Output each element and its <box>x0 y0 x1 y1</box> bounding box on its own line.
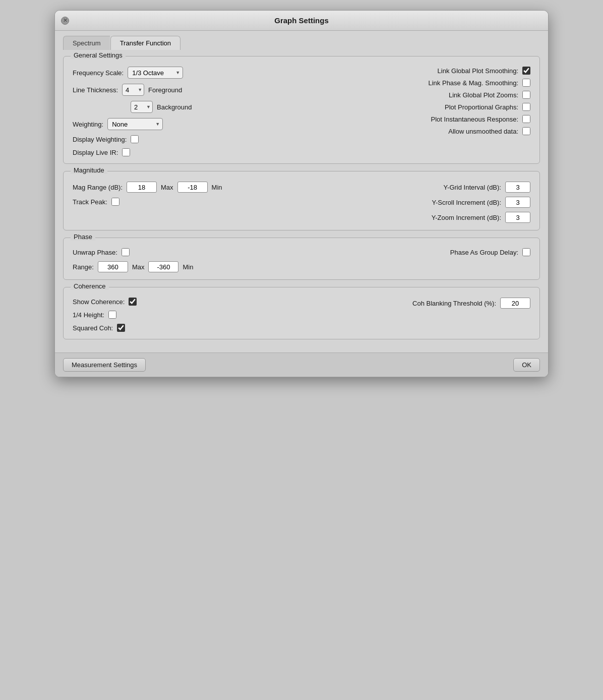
y-zoom-increment-row: Y-Zoom Increment (dB): <box>307 212 530 223</box>
link-global-plot-zooms-row: Link Global Plot Zooms: <box>307 91 530 99</box>
general-settings-section: General Settings Frequency Scale: 1/3 Oc… <box>63 56 540 164</box>
content-area: General Settings Frequency Scale: 1/3 Oc… <box>55 50 548 353</box>
mag-range-row: Mag Range (dB): Max Min <box>73 182 296 193</box>
phase-as-group-delay-checkbox[interactable] <box>522 248 530 256</box>
phase-range-row: Range: Max Min <box>73 261 296 272</box>
track-peak-row: Track Peak: <box>73 198 296 206</box>
unwrap-phase-checkbox[interactable] <box>122 248 130 256</box>
weighting-wrapper[interactable]: NoneABCD <box>107 118 163 130</box>
squared-coh-label: Squared Coh: <box>73 324 113 332</box>
quarter-height-row: 1/4 Height: <box>73 311 296 319</box>
phase-range-label: Range: <box>73 263 94 271</box>
mag-min-label: Min <box>212 184 222 191</box>
track-peak-checkbox[interactable] <box>111 198 119 206</box>
ok-button[interactable]: OK <box>513 358 540 372</box>
foreground-label: Foreground <box>148 86 182 94</box>
weighting-select[interactable]: NoneABCD <box>107 118 163 130</box>
tabs-row: Spectrum Transfer Function <box>55 31 548 50</box>
phase-section: Phase Unwrap Phase: Range: Max Min <box>63 238 540 280</box>
weighting-row: Weighting: NoneABCD <box>73 118 296 130</box>
unwrap-phase-row: Unwrap Phase: <box>73 248 296 256</box>
link-global-plot-smoothing-label: Link Global Plot Smoothing: <box>307 67 518 75</box>
frequency-scale-select[interactable]: 1/3 Octave 1/6 Octave 1/12 Octave 1/24 O… <box>128 67 183 79</box>
coh-blanking-threshold-row: Coh Blanking Threshold (%): <box>307 298 530 309</box>
plot-instantaneous-response-row: Plot Instantaneous Response: <box>307 115 530 123</box>
y-scroll-increment-input[interactable] <box>505 197 530 208</box>
mag-max-input[interactable] <box>127 182 157 193</box>
phase-as-group-delay-row: Phase As Group Delay: <box>307 248 530 256</box>
line-thickness-fg-wrapper[interactable]: 123456 <box>122 84 144 96</box>
show-coherence-label: Show Coherence: <box>73 298 125 306</box>
y-scroll-increment-label: Y-Scroll Increment (dB): <box>307 199 501 206</box>
link-phase-mag-smoothing-checkbox[interactable] <box>522 79 530 87</box>
background-label: Background <box>157 103 192 111</box>
window-title: Graph Settings <box>274 16 329 25</box>
link-global-plot-smoothing-checkbox[interactable] <box>522 67 530 75</box>
phase-range-min-label: Min <box>183 263 193 271</box>
allow-unsmoothed-data-label: Allow unsmoothed data: <box>307 128 518 135</box>
quarter-height-label: 1/4 Height: <box>73 311 104 319</box>
coherence-right: Coh Blanking Threshold (%): <box>307 298 530 332</box>
coh-blanking-threshold-input[interactable] <box>500 298 530 309</box>
magnitude-right: Y-Grid Interval (dB): Y-Scroll Increment… <box>307 182 530 223</box>
plot-proportional-graphs-checkbox[interactable] <box>522 103 530 111</box>
y-grid-interval-label: Y-Grid Interval (dB): <box>307 184 501 191</box>
main-window: ✕ Graph Settings Spectrum Transfer Funct… <box>54 10 549 377</box>
measurement-settings-button[interactable]: Measurement Settings <box>63 358 146 372</box>
coherence-left: Show Coherence: 1/4 Height: Squared Coh: <box>73 298 296 332</box>
y-grid-interval-input[interactable] <box>505 182 530 193</box>
line-thickness-bg-row: 123456 Background <box>73 101 296 113</box>
squared-coh-checkbox[interactable] <box>117 324 125 332</box>
mag-max-label: Max <box>161 184 173 191</box>
phase-range-min-input[interactable] <box>148 261 178 272</box>
display-live-ir-checkbox[interactable] <box>122 148 130 156</box>
show-coherence-checkbox[interactable] <box>129 298 137 306</box>
y-zoom-increment-input[interactable] <box>505 212 530 223</box>
show-coherence-row: Show Coherence: <box>73 298 296 306</box>
line-thickness-bg-wrapper[interactable]: 123456 <box>131 101 153 113</box>
bottom-bar: Measurement Settings OK <box>55 353 548 377</box>
line-thickness-bg-select[interactable]: 123456 <box>131 101 153 113</box>
mag-range-label: Mag Range (dB): <box>73 184 123 191</box>
display-weighting-checkbox[interactable] <box>131 135 139 143</box>
link-phase-mag-smoothing-label: Link Phase & Mag. Smoothing: <box>307 79 518 87</box>
phase-range-max-input[interactable] <box>98 261 128 272</box>
tab-spectrum[interactable]: Spectrum <box>63 36 110 50</box>
display-weighting-row: Display Weighting: <box>73 135 296 143</box>
phase-range-max-label: Max <box>132 263 145 271</box>
plot-proportional-graphs-row: Plot Proportional Graphs: <box>307 103 530 111</box>
frequency-scale-wrapper[interactable]: 1/3 Octave 1/6 Octave 1/12 Octave 1/24 O… <box>128 67 183 79</box>
magnitude-title: Magnitude <box>71 166 107 174</box>
y-zoom-increment-label: Y-Zoom Increment (dB): <box>307 214 501 221</box>
magnitude-left: Mag Range (dB): Max Min Track Peak: <box>73 182 296 223</box>
link-global-plot-zooms-checkbox[interactable] <box>522 91 530 99</box>
plot-proportional-graphs-label: Plot Proportional Graphs: <box>307 103 518 111</box>
link-global-plot-zooms-label: Link Global Plot Zooms: <box>307 91 518 99</box>
allow-unsmoothed-data-row: Allow unsmoothed data: <box>307 127 530 135</box>
plot-instantaneous-response-checkbox[interactable] <box>522 115 530 123</box>
phase-as-group-delay-label: Phase As Group Delay: <box>307 249 518 256</box>
allow-unsmoothed-data-checkbox[interactable] <box>522 127 530 135</box>
line-thickness-fg-row: Line Thickness: 123456 Foreground <box>73 84 296 96</box>
coherence-section: Coherence Show Coherence: 1/4 Height: Sq… <box>63 287 540 339</box>
plot-instantaneous-response-label: Plot Instantaneous Response: <box>307 115 518 123</box>
tab-transfer-function[interactable]: Transfer Function <box>110 36 180 50</box>
display-live-ir-row: Display Live IR: <box>73 148 296 156</box>
link-global-plot-smoothing-row: Link Global Plot Smoothing: <box>307 67 530 75</box>
y-scroll-increment-row: Y-Scroll Increment (dB): <box>307 197 530 208</box>
quarter-height-checkbox[interactable] <box>108 311 116 319</box>
close-button[interactable]: ✕ <box>61 17 69 25</box>
line-thickness-fg-select[interactable]: 123456 <box>122 84 144 96</box>
line-thickness-label: Line Thickness: <box>73 86 118 94</box>
general-settings-left: Frequency Scale: 1/3 Octave 1/6 Octave 1… <box>73 67 296 156</box>
unwrap-phase-label: Unwrap Phase: <box>73 249 117 256</box>
squared-coh-row: Squared Coh: <box>73 324 296 332</box>
mag-min-input[interactable] <box>177 182 208 193</box>
titlebar: ✕ Graph Settings <box>55 11 548 31</box>
frequency-scale-label: Frequency Scale: <box>73 69 124 77</box>
general-settings-title: General Settings <box>71 51 126 59</box>
coherence-title: Coherence <box>71 282 109 290</box>
link-phase-mag-smoothing-row: Link Phase & Mag. Smoothing: <box>307 79 530 87</box>
weighting-label: Weighting: <box>73 121 103 128</box>
general-settings-right: Link Global Plot Smoothing: Link Phase &… <box>307 67 530 156</box>
